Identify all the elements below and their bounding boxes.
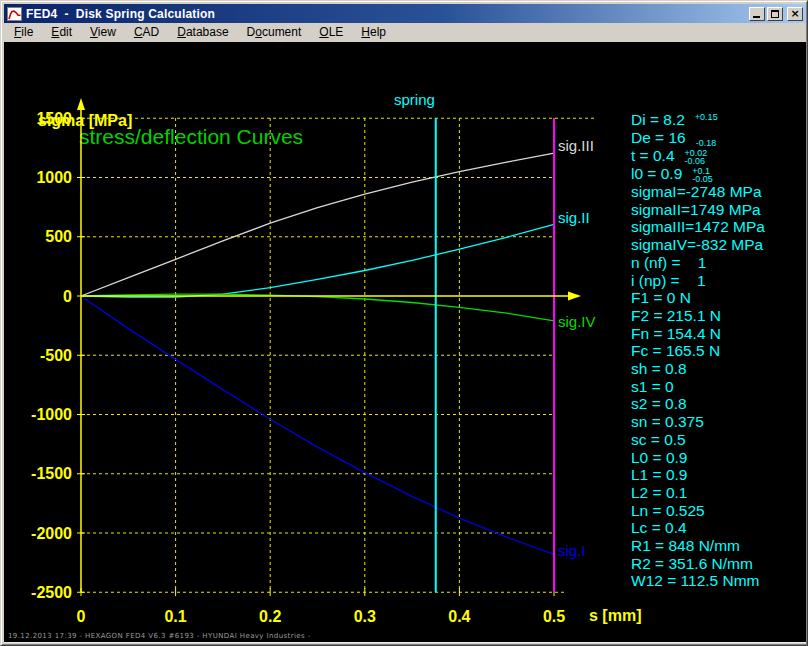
param-line: sigmaIII=1472 MPa bbox=[631, 218, 765, 236]
menu-item-database[interactable]: Database bbox=[168, 23, 237, 42]
param-line: sh = 0.8 bbox=[631, 360, 765, 378]
title-bar[interactable]: FED4 - Disk Spring Calculation × bbox=[4, 4, 806, 23]
menu-item-edit[interactable]: Edit bbox=[42, 23, 81, 42]
param-line: L0 = 0.9 bbox=[631, 449, 765, 467]
x-tick-label: 0.2 bbox=[259, 608, 281, 625]
chart-client-area: spring sigma [MPa] stress/deflection Cur… bbox=[4, 42, 806, 643]
x-tick-label: 0.1 bbox=[164, 608, 186, 625]
menu-item-file[interactable]: File bbox=[5, 23, 42, 42]
param-line: i (np) = 1 bbox=[631, 272, 765, 290]
y-tick-label: 500 bbox=[45, 228, 72, 245]
tolerance-value: +0.1-0.05 bbox=[692, 167, 713, 183]
param-line: Fc = 165.5 N bbox=[631, 342, 765, 360]
y-tick-label: 1500 bbox=[36, 110, 72, 127]
param-line: t = 0.4+0.02-0.06 bbox=[631, 147, 765, 165]
y-tick-label: -2000 bbox=[31, 525, 72, 542]
x-axis-label: s [mm] bbox=[589, 607, 641, 625]
menu-item-help[interactable]: Help bbox=[352, 23, 395, 42]
tolerance-value: +0.02-0.06 bbox=[685, 149, 708, 165]
y-tick-label: 0 bbox=[63, 288, 72, 305]
menu-item-cad[interactable]: CAD bbox=[125, 23, 168, 42]
window-controls: × bbox=[749, 7, 803, 21]
param-line: Lc = 0.4 bbox=[631, 519, 765, 537]
tolerance-value: +0.15 bbox=[695, 113, 718, 129]
param-line: sn = 0.375 bbox=[631, 413, 765, 431]
curve-label-sig-i: sig.I bbox=[558, 542, 586, 559]
y-tick-label: -2500 bbox=[31, 584, 72, 601]
param-line: L1 = 0.9 bbox=[631, 466, 765, 484]
minimize-button[interactable] bbox=[749, 7, 765, 21]
close-button[interactable]: × bbox=[787, 7, 803, 21]
status-bar: 19.12.2013 17:39 - HEXAGON FED4 V6.3 #61… bbox=[4, 629, 806, 643]
menu-item-ole[interactable]: OLE bbox=[310, 23, 352, 42]
curve-label-sig-iii: sig.III bbox=[558, 137, 594, 154]
param-line: Di = 8.2+0.15 bbox=[631, 111, 765, 129]
close-icon: × bbox=[790, 9, 799, 19]
y-tick-label: -500 bbox=[40, 347, 72, 364]
param-line: Ln = 0.525 bbox=[631, 502, 765, 520]
param-line: R2 = 351.6 N/mm bbox=[631, 555, 765, 573]
maximize-button[interactable] bbox=[767, 7, 783, 21]
param-line: R1 = 848 N/mm bbox=[631, 537, 765, 555]
y-tick-label: -1500 bbox=[31, 465, 72, 482]
x-tick-label: 0 bbox=[77, 608, 86, 625]
param-line: L2 = 0.1 bbox=[631, 484, 765, 502]
param-line: sigmaI=-2748 MPa bbox=[631, 183, 765, 201]
menu-bar: FileEditViewCADDatabaseDocumentOLEHelp bbox=[4, 23, 806, 42]
minimize-icon bbox=[753, 16, 760, 18]
x-tick-label: 0.3 bbox=[354, 608, 376, 625]
param-line: sigmaIV=-832 MPa bbox=[631, 236, 765, 254]
fed4-spring-curve-icon bbox=[7, 7, 22, 21]
curve-label-sig-ii: sig.II bbox=[558, 209, 590, 226]
curve-sig-iii bbox=[81, 153, 554, 296]
param-line: s2 = 0.8 bbox=[631, 395, 765, 413]
curve-sig-ii bbox=[81, 224, 554, 297]
param-line: F2 = 215.1 N bbox=[631, 307, 765, 325]
maximize-icon bbox=[771, 10, 779, 18]
curve-sig-iv bbox=[81, 294, 554, 321]
y-tick-label: 1000 bbox=[36, 169, 72, 186]
curve-sig-i bbox=[81, 296, 554, 554]
window-title: FED4 - Disk Spring Calculation bbox=[26, 7, 749, 21]
param-line: W12 = 112.5 Nmm bbox=[631, 572, 765, 590]
y-axis-arrow bbox=[77, 98, 85, 110]
param-line: F1 = 0 N bbox=[631, 289, 765, 307]
param-line: s1 = 0 bbox=[631, 378, 765, 396]
param-line: l0 = 0.9+0.1-0.05 bbox=[631, 165, 765, 183]
param-line: n (nf) = 1 bbox=[631, 254, 765, 272]
zero-axis-arrow bbox=[568, 292, 581, 301]
param-line: Fn = 154.4 N bbox=[631, 325, 765, 343]
parameter-panel: Di = 8.2+0.15 De = 16 -0.18t = 0.4+0.02-… bbox=[631, 111, 765, 590]
curve-label-sig-iv: sig.IV bbox=[558, 313, 596, 330]
fed4-window: FED4 - Disk Spring Calculation × FileEdi… bbox=[0, 0, 808, 646]
param-line: sc = 0.5 bbox=[631, 431, 765, 449]
menu-item-view[interactable]: View bbox=[81, 23, 125, 42]
menu-item-document[interactable]: Document bbox=[238, 23, 311, 42]
tolerance-value: -0.18 bbox=[696, 131, 717, 147]
param-line: De = 16 -0.18 bbox=[631, 129, 765, 147]
param-line: sigmaII=1749 MPa bbox=[631, 201, 765, 219]
x-tick-label: 0.4 bbox=[448, 608, 470, 625]
x-tick-label: 0.5 bbox=[543, 608, 565, 625]
y-tick-label: -1000 bbox=[31, 406, 72, 423]
